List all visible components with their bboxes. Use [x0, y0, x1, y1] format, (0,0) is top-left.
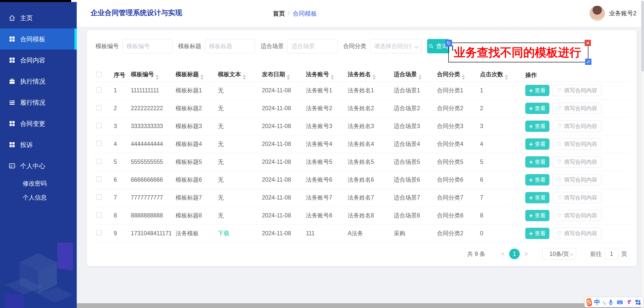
filter-input[interactable] [370, 39, 422, 53]
view-button[interactable]: +查看 [525, 156, 549, 168]
table-header-cell[interactable]: 模板文本 [215, 69, 259, 82]
sidebar-item[interactable]: 投诉 [0, 134, 77, 155]
sidebar-item[interactable]: 个人中心 [0, 155, 77, 176]
table-header-cell[interactable]: 模板编号 [128, 69, 173, 82]
table-header-cell[interactable]: 合同分类 [434, 69, 477, 82]
user-menu[interactable]: 业务账号2 [589, 6, 636, 21]
fill-contract-button[interactable]: ♡填写合同内容 [553, 138, 601, 150]
view-button[interactable]: +查看 [525, 210, 549, 221]
sidebar-item[interactable]: 合同变更 [0, 113, 77, 134]
cell-template-title: 模板标题8 [173, 207, 215, 224]
punctuation-icon[interactable]: ·, [603, 299, 605, 305]
cell-template-text: 无 [218, 194, 224, 201]
view-button[interactable]: +查看 [525, 103, 549, 114]
annotation-refresh-icon[interactable]: ↻ [445, 40, 452, 47]
goto-page-input[interactable] [605, 248, 618, 260]
row-checkbox[interactable] [96, 141, 102, 146]
table-header-cell[interactable]: 模板标题 [173, 69, 215, 82]
plus-icon: + [529, 123, 533, 130]
annotation-resize-handle-icon[interactable] [585, 59, 591, 65]
vertical-scrollbar-thumb[interactable] [641, 1, 644, 71]
keyboard-icon[interactable] [617, 299, 623, 305]
table-header-cell[interactable]: 序号 [111, 69, 128, 82]
fill-contract-button[interactable]: ♡填写合同内容 [553, 174, 601, 185]
sidebar-item[interactable]: 合同模板 [0, 28, 77, 50]
table-header-cell[interactable]: 操作 [522, 69, 630, 82]
annotation-close-icon[interactable]: × [585, 40, 591, 46]
row-checkbox[interactable] [96, 123, 102, 128]
sidebar-item[interactable]: 履行情况 [0, 92, 77, 113]
fill-contract-button[interactable]: ♡填写合同内容 [553, 210, 601, 221]
filter-input[interactable] [122, 39, 173, 53]
sort-carets-icon[interactable] [331, 75, 334, 80]
vertical-scrollbar[interactable] [641, 0, 644, 308]
fill-contract-button[interactable]: ♡填写合同内容 [553, 121, 601, 132]
breadcrumb-home[interactable]: 首页 [273, 10, 285, 18]
chinese-mode-icon[interactable]: 中 [594, 298, 600, 306]
table-header-cell[interactable]: 适合场景 [391, 69, 434, 82]
fill-contract-button[interactable]: ♡填写合同内容 [553, 192, 601, 203]
view-button[interactable]: +查看 [525, 192, 549, 203]
sogou-logo-icon[interactable]: S [586, 298, 592, 306]
sort-carets-icon[interactable] [462, 75, 465, 80]
sort-carets-icon[interactable] [505, 75, 508, 80]
cell-template-title: 模板标题6 [173, 171, 215, 189]
table-header-cell[interactable]: 发布日期 [259, 69, 303, 82]
fill-contract-button[interactable]: ♡填写合同内容 [553, 85, 601, 96]
filter-group: 模板标题 [178, 39, 255, 53]
cell-template-text[interactable]: 下载 [218, 230, 229, 237]
skin-icon[interactable] [626, 299, 632, 305]
sort-carets-icon[interactable] [243, 75, 246, 80]
sidebar-subitem-label: 个人信息 [23, 194, 47, 202]
horizontal-scrollbar[interactable] [77, 303, 644, 308]
cell-publish-date: 2024-11-08 [259, 82, 303, 99]
table-row: 2 2222222222 模板标题2 无 2024-11-08 法务账号2 法务… [93, 99, 630, 117]
table-header-cell[interactable]: 法务姓名 [345, 69, 391, 82]
sidebar-item[interactable]: 合同内容 [0, 50, 77, 71]
view-button[interactable]: +查看 [525, 121, 549, 132]
cell-legal-name: 法务姓名2 [345, 99, 391, 117]
cell-legal-account: 111 [303, 224, 345, 242]
row-checkbox[interactable] [96, 159, 102, 164]
sort-carets-icon[interactable] [419, 75, 422, 80]
table-header-label: 操作 [525, 72, 537, 78]
sidebar-item[interactable]: 主页 [0, 7, 77, 28]
prev-page-button[interactable]: < [497, 250, 509, 257]
row-checkbox[interactable] [96, 105, 102, 110]
annotation-box: ↻ × I 业务查找不同的模板进行 [448, 43, 588, 62]
fill-contract-button[interactable]: ♡填写合同内容 [553, 156, 601, 168]
cell-legal-name: 法务姓名3 [345, 117, 391, 135]
select-all-checkbox[interactable] [96, 72, 102, 77]
row-checkbox[interactable] [96, 194, 102, 200]
next-page-button[interactable]: > [520, 250, 532, 257]
sort-carets-icon[interactable] [287, 75, 290, 80]
table-header-label: 模板文本 [218, 71, 241, 78]
view-button[interactable]: +查看 [525, 174, 549, 185]
row-checkbox[interactable] [96, 87, 102, 93]
sort-carets-icon[interactable] [200, 75, 204, 80]
goto-label: 前往 [590, 250, 602, 258]
fill-contract-button[interactable]: ♡填写合同内容 [553, 103, 601, 114]
table-header-cell[interactable]: 法务账号 [303, 69, 345, 82]
view-button[interactable]: +查看 [525, 138, 549, 150]
filter-input[interactable] [287, 39, 338, 53]
row-checkbox[interactable] [96, 176, 102, 182]
view-button[interactable]: +查看 [525, 228, 549, 239]
microphone-icon[interactable] [608, 299, 614, 305]
table-row: 9 1731048411171 法务模板 下载 2024-11-08 111 A… [93, 224, 630, 242]
current-page-button[interactable]: 1 [509, 249, 520, 259]
sort-carets-icon[interactable] [373, 75, 376, 80]
sort-carets-icon[interactable] [156, 75, 159, 80]
sidebar-item[interactable]: 执行情况 [0, 71, 77, 92]
table-header-cell[interactable]: 点击次数 [477, 69, 522, 82]
page-size-select[interactable]: 10条/页 [542, 248, 576, 260]
row-checkbox[interactable] [96, 212, 102, 218]
avatar[interactable] [589, 6, 605, 21]
sidebar-subitem[interactable]: 修改密码 [0, 176, 77, 190]
row-checkbox[interactable] [96, 230, 102, 236]
sidebar-subitem[interactable]: 个人信息 [0, 190, 77, 205]
view-button[interactable]: +查看 [525, 85, 549, 96]
fill-contract-button[interactable]: ♡填写合同内容 [553, 228, 601, 239]
toolbox-icon[interactable] [635, 299, 641, 305]
filter-input[interactable] [205, 39, 255, 53]
